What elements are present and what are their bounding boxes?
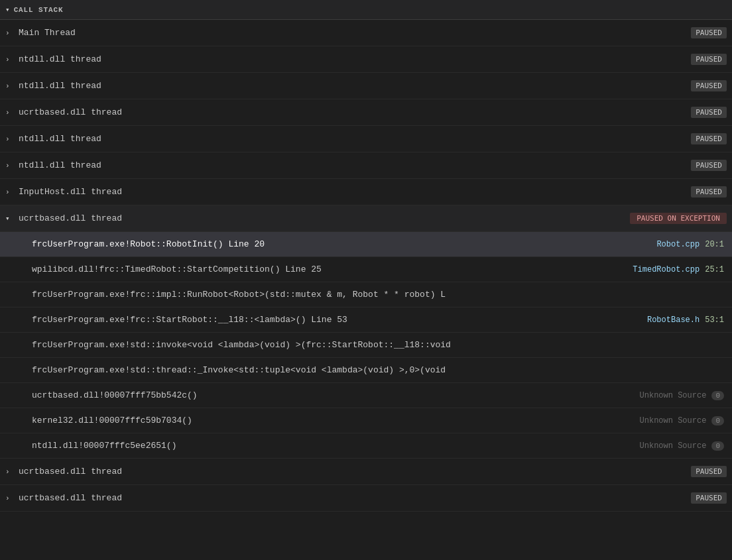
thread-chevron-ntdll-4: › bbox=[5, 162, 13, 170]
frame-zero-badge-frame-8: 0 bbox=[711, 416, 724, 425]
thread-badge-ntdll-4: PAUSED bbox=[691, 160, 727, 171]
thread-row-ntdll-2[interactable]: ›ntdll.dll threadPAUSED bbox=[0, 73, 732, 99]
thread-row-ucrtbased-1[interactable]: ›ucrtbased.dll threadPAUSED bbox=[0, 99, 732, 126]
thread-badge-ntdll-1: PAUSED bbox=[691, 54, 727, 65]
frame-line-frame-1: 20:1 bbox=[705, 240, 724, 249]
thread-chevron-ntdll-2: › bbox=[5, 82, 13, 90]
thread-name-ucrtbased-exception: ucrtbased.dll thread bbox=[19, 213, 122, 223]
thread-chevron-main-thread: › bbox=[5, 29, 13, 37]
thread-badge-ucrtbased-1: PAUSED bbox=[691, 107, 727, 118]
frame-zero-badge-frame-7: 0 bbox=[711, 391, 724, 400]
frame-name-frame-2: wpilibcd.dll!frc::TimedRobot::StartCompe… bbox=[32, 264, 322, 274]
frame-line-frame-2: 25:1 bbox=[705, 265, 724, 274]
header-chevron: ▾ bbox=[5, 5, 10, 14]
thread-list: ›Main ThreadPAUSED›ntdll.dll threadPAUSE… bbox=[0, 20, 732, 512]
call-stack-header[interactable]: ▾ CALL STACK bbox=[0, 0, 732, 20]
thread-name-ntdll-2: ntdll.dll thread bbox=[19, 81, 101, 91]
thread-name-ntdll-4: ntdll.dll thread bbox=[19, 160, 101, 170]
header-title: CALL STACK bbox=[14, 6, 64, 14]
frame-unknown-source-frame-7: Unknown Source bbox=[640, 391, 707, 400]
frame-file-frame-4: RobotBase.h bbox=[647, 315, 700, 325]
thread-row-ntdll-4[interactable]: ›ntdll.dll threadPAUSED bbox=[0, 152, 732, 179]
thread-badge-inputhost: PAUSED bbox=[691, 186, 727, 197]
stack-frame-frame-8[interactable]: kernel32.dll!00007fffc59b7034()Unknown S… bbox=[0, 408, 732, 433]
stack-frames-ucrtbased-exception: frcUserProgram.exe!Robot::RobotInit() Li… bbox=[0, 232, 732, 459]
thread-name-main-thread: Main Thread bbox=[19, 28, 76, 38]
thread-badge-ntdll-3: PAUSED bbox=[691, 133, 727, 144]
thread-name-inputhost: InputHost.dll thread bbox=[19, 187, 122, 197]
stack-frame-frame-6[interactable]: frcUserProgram.exe!std::thread::_Invoke<… bbox=[0, 358, 732, 383]
frame-unknown-source-frame-8: Unknown Source bbox=[640, 416, 707, 425]
frame-name-frame-5: frcUserProgram.exe!std::invoke<void <lam… bbox=[32, 340, 451, 350]
thread-badge-ucrtbased-exception: PAUSED ON EXCEPTION bbox=[630, 213, 727, 224]
thread-name-ntdll-3: ntdll.dll thread bbox=[19, 134, 101, 144]
frame-line-frame-4: 53:1 bbox=[705, 315, 724, 325]
thread-badge-ntdll-2: PAUSED bbox=[691, 80, 727, 91]
thread-row-ucrtbased-2[interactable]: ›ucrtbased.dll threadPAUSED bbox=[0, 459, 732, 485]
stack-frame-frame-1[interactable]: frcUserProgram.exe!Robot::RobotInit() Li… bbox=[0, 232, 732, 257]
stack-frame-frame-2[interactable]: wpilibcd.dll!frc::TimedRobot::StartCompe… bbox=[0, 257, 732, 282]
thread-name-ntdll-1: ntdll.dll thread bbox=[19, 54, 101, 64]
thread-chevron-ntdll-1: › bbox=[5, 56, 13, 64]
thread-badge-main-thread: PAUSED bbox=[691, 27, 727, 38]
call-stack-panel: ▾ CALL STACK ›Main ThreadPAUSED›ntdll.dl… bbox=[0, 0, 732, 512]
frame-file-frame-1: Robot.cpp bbox=[656, 240, 700, 249]
thread-row-ucrtbased-3[interactable]: ›ucrtbased.dll threadPAUSED bbox=[0, 485, 732, 512]
thread-badge-ucrtbased-2: PAUSED bbox=[691, 466, 727, 477]
stack-frame-frame-3[interactable]: frcUserProgram.exe!frc::impl::RunRobot<R… bbox=[0, 282, 732, 308]
thread-chevron-ucrtbased-exception: ▾ bbox=[5, 214, 13, 223]
frame-name-frame-8: kernel32.dll!00007fffc59b7034() bbox=[32, 416, 192, 425]
stack-frame-frame-9[interactable]: ntdll.dll!00007fffc5ee2651()Unknown Sour… bbox=[0, 433, 732, 459]
thread-chevron-ucrtbased-2: › bbox=[5, 468, 13, 476]
thread-name-ucrtbased-3: ucrtbased.dll thread bbox=[19, 493, 122, 503]
frame-name-frame-1: frcUserProgram.exe!Robot::RobotInit() Li… bbox=[32, 239, 265, 249]
stack-frame-frame-4[interactable]: frcUserProgram.exe!frc::StartRobot::__l1… bbox=[0, 308, 732, 333]
thread-chevron-ntdll-3: › bbox=[5, 135, 13, 143]
thread-chevron-inputhost: › bbox=[5, 188, 13, 196]
frame-zero-badge-frame-9: 0 bbox=[711, 441, 724, 451]
stack-frame-frame-5[interactable]: frcUserProgram.exe!std::invoke<void <lam… bbox=[0, 333, 732, 358]
frame-name-frame-6: frcUserProgram.exe!std::thread::_Invoke<… bbox=[32, 365, 446, 375]
thread-row-main-thread[interactable]: ›Main ThreadPAUSED bbox=[0, 20, 732, 46]
frame-name-frame-3: frcUserProgram.exe!frc::impl::RunRobot<R… bbox=[32, 290, 446, 300]
thread-badge-ucrtbased-3: PAUSED bbox=[691, 492, 727, 504]
frame-file-frame-2: TimedRobot.cpp bbox=[633, 265, 700, 274]
frame-name-frame-9: ntdll.dll!00007fffc5ee2651() bbox=[32, 441, 176, 451]
frame-name-frame-4: frcUserProgram.exe!frc::StartRobot::__l1… bbox=[32, 315, 347, 325]
thread-row-ntdll-1[interactable]: ›ntdll.dll threadPAUSED bbox=[0, 46, 732, 73]
thread-row-ucrtbased-exception[interactable]: ▾ucrtbased.dll threadPAUSED ON EXCEPTION bbox=[0, 205, 732, 232]
frame-name-frame-7: ucrtbased.dll!00007fff75bb542c() bbox=[32, 390, 198, 400]
frame-unknown-source-frame-9: Unknown Source bbox=[640, 441, 707, 451]
thread-chevron-ucrtbased-1: › bbox=[5, 109, 13, 117]
thread-name-ucrtbased-2: ucrtbased.dll thread bbox=[19, 467, 122, 476]
thread-row-inputhost[interactable]: ›InputHost.dll threadPAUSED bbox=[0, 179, 732, 205]
stack-frame-frame-7[interactable]: ucrtbased.dll!00007fff75bb542c()Unknown … bbox=[0, 383, 732, 408]
thread-chevron-ucrtbased-3: › bbox=[5, 494, 13, 502]
thread-row-ntdll-3[interactable]: ›ntdll.dll threadPAUSED bbox=[0, 126, 732, 152]
thread-name-ucrtbased-1: ucrtbased.dll thread bbox=[19, 107, 122, 117]
